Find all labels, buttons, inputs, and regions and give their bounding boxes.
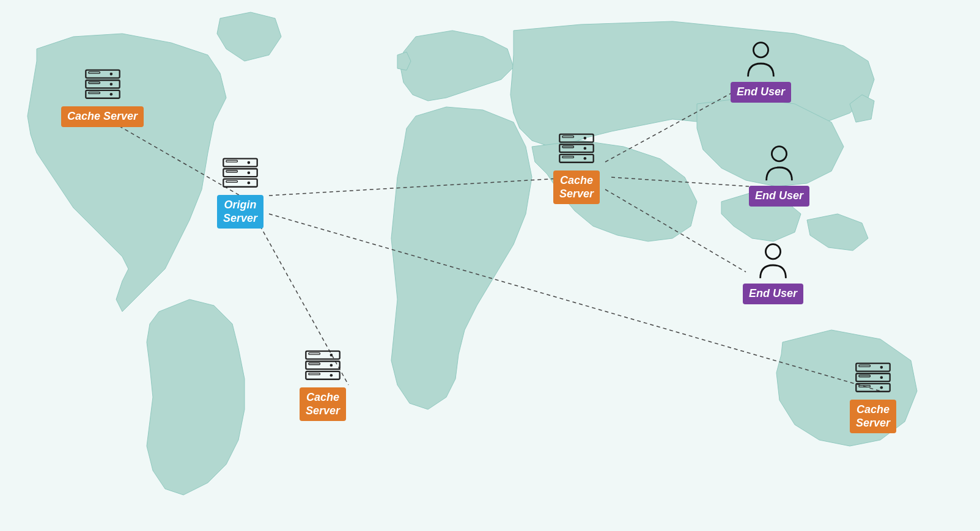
svg-point-27 <box>584 137 587 140</box>
end-user-node-3: End User <box>743 241 803 304</box>
svg-rect-52 <box>859 386 870 387</box>
svg-rect-41 <box>306 372 339 379</box>
svg-rect-29 <box>559 144 593 152</box>
svg-rect-8 <box>86 70 119 78</box>
cache-server-node-2: CacheServer <box>553 131 600 204</box>
cache-server-node-3: CacheServer <box>300 348 346 421</box>
svg-rect-20 <box>223 169 257 177</box>
origin-server-node: OriginServer <box>217 156 263 229</box>
user-icon-1 <box>744 40 778 79</box>
svg-point-18 <box>248 161 251 164</box>
svg-rect-13 <box>88 82 99 84</box>
cache-server-node-1: Cache Server <box>61 67 144 127</box>
svg-point-54 <box>772 147 786 161</box>
server-icon-4 <box>852 361 894 397</box>
svg-rect-17 <box>223 159 257 167</box>
svg-rect-16 <box>88 92 99 94</box>
svg-rect-46 <box>859 365 870 367</box>
svg-point-15 <box>109 93 112 96</box>
end-user-label-1: End User <box>731 82 791 103</box>
server-icon-3 <box>301 348 344 385</box>
end-user-node-1: End User <box>731 40 791 103</box>
svg-point-42 <box>330 374 333 377</box>
svg-point-51 <box>880 386 883 389</box>
svg-rect-50 <box>856 384 890 392</box>
svg-point-45 <box>880 366 883 369</box>
server-icon-2 <box>555 131 598 168</box>
svg-point-55 <box>765 244 780 259</box>
cache-server-label-2: CacheServer <box>553 170 600 204</box>
svg-rect-37 <box>309 353 320 354</box>
svg-point-30 <box>584 147 587 150</box>
svg-point-21 <box>248 171 251 174</box>
svg-point-24 <box>248 181 251 185</box>
user-icon-2 <box>762 144 796 183</box>
svg-point-12 <box>109 82 112 86</box>
svg-rect-32 <box>559 155 593 163</box>
svg-rect-11 <box>86 80 119 88</box>
svg-rect-26 <box>559 134 593 142</box>
svg-point-53 <box>753 43 768 57</box>
svg-rect-31 <box>562 146 573 148</box>
end-user-label-3: End User <box>743 284 803 304</box>
svg-rect-43 <box>309 373 320 375</box>
origin-server-label: OriginServer <box>217 195 263 229</box>
svg-point-48 <box>880 376 883 379</box>
diagram-container: Cache Server OriginServer <box>0 0 980 531</box>
svg-point-9 <box>109 73 112 76</box>
cache-server-label-1: Cache Server <box>61 106 144 127</box>
svg-rect-10 <box>88 71 99 73</box>
svg-rect-22 <box>226 170 237 172</box>
cache-server-node-4: CacheServer <box>850 361 896 433</box>
end-user-label-2: End User <box>749 186 809 207</box>
svg-rect-25 <box>226 181 237 183</box>
svg-rect-19 <box>226 160 237 162</box>
svg-point-33 <box>584 157 587 160</box>
svg-rect-40 <box>309 363 320 365</box>
server-icon-origin <box>219 156 262 192</box>
svg-rect-38 <box>306 361 339 369</box>
svg-point-39 <box>330 364 333 367</box>
svg-rect-14 <box>86 90 119 98</box>
svg-rect-47 <box>856 373 890 381</box>
cache-server-label-4: CacheServer <box>850 400 896 433</box>
cache-server-label-3: CacheServer <box>300 387 346 421</box>
user-icon-3 <box>756 241 790 281</box>
svg-rect-35 <box>306 351 339 359</box>
end-user-node-2: End User <box>749 144 809 207</box>
server-icon-1 <box>81 67 124 104</box>
svg-rect-49 <box>859 375 870 377</box>
svg-point-36 <box>330 354 333 357</box>
svg-rect-44 <box>856 364 890 372</box>
svg-rect-23 <box>223 179 257 187</box>
svg-rect-34 <box>562 156 573 158</box>
svg-rect-28 <box>562 136 573 137</box>
